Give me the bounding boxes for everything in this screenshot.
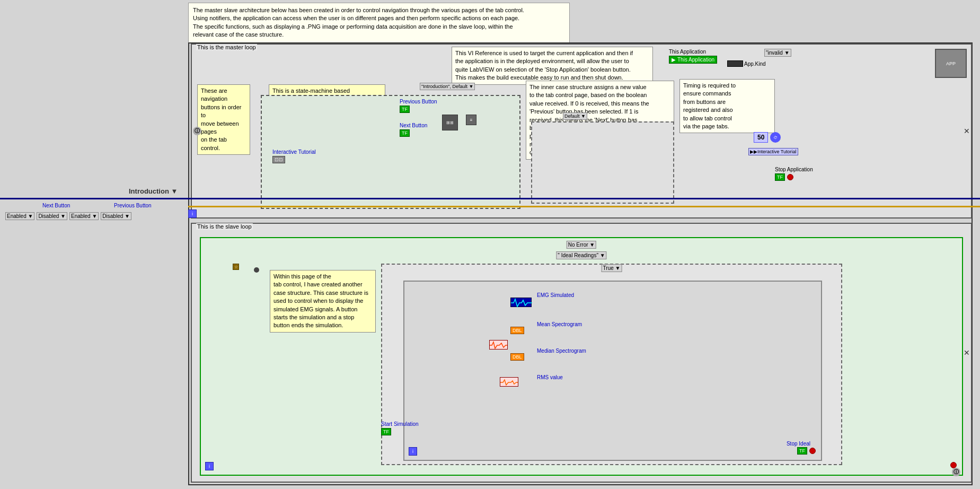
app-icon-text: APP [946, 61, 956, 66]
status-dropdowns: Enabled ▼ Disabled ▼ Enabled ▼ Disabled … [5, 212, 131, 220]
master-loop: This is the master loop This VI Referenc… [191, 43, 972, 219]
next-button-left-label: Next Button [42, 203, 70, 208]
vi-ref-text: This VI Reference is used to target the … [455, 50, 633, 81]
close-icon[interactable]: ✕ [964, 127, 970, 135]
start-simulation-tf: TF [381, 428, 391, 435]
enabled1-dropdown[interactable]: Enabled ▼ [5, 212, 34, 220]
stop-button-red[interactable] [787, 174, 793, 180]
interactive-tutorial-label-inner: Interactive Tutorial [272, 149, 316, 155]
next-button-left-group: Next Button [42, 203, 70, 209]
invalid-dropdown-control[interactable]: "invalid ▼ [764, 49, 791, 57]
info-icon-left: ⓘ [193, 127, 201, 135]
stop-application-group: Stop Application TF [775, 167, 813, 181]
introduction-label[interactable]: Introduction ▼ [129, 187, 178, 195]
median-svg [490, 340, 508, 350]
wire-node-left: ☆ [233, 264, 239, 270]
start-simulation-label: Start Simulation [381, 421, 419, 427]
median-dbl-box: DBL [510, 353, 524, 361]
slave-case-note: Within this page of the tab control, I h… [270, 270, 376, 333]
rms-waveform-icon [500, 377, 518, 387]
true-dropdown[interactable]: True ▼ [602, 264, 622, 272]
interactive-tutorial-control[interactable]: ▶▶Interactive Tutorial [748, 148, 798, 155]
intro-default-control[interactable]: "Introduction", Default ▼ [420, 83, 475, 90]
vi-ref-note: This VI Reference is used to target the … [452, 47, 653, 85]
slave-inner-container: No Error ▼ " Ideal Readings" ▼ Within th… [200, 237, 963, 476]
this-application-control[interactable]: ▶ This Application [669, 56, 717, 64]
stop-ideal-label: Stop Ideal [787, 441, 810, 447]
invalid-dropdown[interactable]: "invalid ▼ [764, 49, 791, 57]
stop-application-controls: TF [775, 173, 813, 181]
timing-value-box[interactable]: 50 [754, 132, 768, 143]
previous-button-label: Previous Button [400, 99, 437, 104]
median-spectrogram-label: Median Spectrogram [537, 348, 586, 354]
emg-simulated-icon [510, 298, 532, 307]
interactive-tutorial-cluster: ⊡⊡ [272, 156, 285, 163]
main-canvas: The master slave architecture below has … [0, 0, 980, 489]
slave-loop: This is the slave loop No Error ▼ " Idea… [191, 223, 972, 483]
interactive-tutorial-dropdown[interactable]: ▶▶Interactive Tutorial [748, 148, 798, 155]
rms-value-label: RMS value [537, 374, 563, 380]
median-waveform-icon [489, 340, 508, 350]
nav-buttons-note: These are navigation buttons in order to… [197, 84, 250, 155]
app-kind-label: App.Kind [744, 61, 766, 67]
timer-icon: ⏱ [770, 132, 781, 143]
app-kind-icon [727, 60, 743, 67]
slave-index-node: i [205, 462, 214, 470]
mean-spectrogram-label: Mean Spectrogram [537, 321, 582, 327]
inner-case-structure [531, 121, 674, 204]
master-loop-label: This is the master loop [196, 44, 257, 50]
this-application-header: This Application [669, 49, 717, 55]
func-icon: ≡ [470, 118, 473, 123]
slave-loop-label: This is the slave loop [196, 223, 253, 230]
enabled2-dropdown[interactable]: Enabled ▼ [69, 212, 99, 220]
app-kind-group: App.Kind [727, 60, 766, 67]
stop-application-label: Stop Application [775, 167, 813, 172]
main-wire-h [0, 198, 980, 199]
next-tf: TF [400, 129, 410, 137]
timing-text: Timing is required to ensure commands fr… [683, 82, 736, 129]
master-case-structure: Previous Button TF Next Button TF Intera… [261, 95, 520, 209]
inner-true-case: EMG Simulated Mean Spectrogram DBL Media… [403, 281, 822, 461]
wire-dot [254, 267, 259, 273]
yellow-wire-h [188, 206, 980, 207]
slave-close-icon[interactable]: ✕ [964, 348, 970, 357]
timing-value-group: 50 ⏱ [754, 132, 781, 143]
default-dropdown[interactable]: Default ▼ [563, 112, 587, 120]
app-icon-box: APP [935, 49, 967, 78]
emg-svg [511, 298, 532, 308]
ideal-readings-dropdown[interactable]: " Ideal Readings" ▼ [556, 251, 606, 259]
true-case-structure: True ▼ EMG Simulated Mean Spectrogram [381, 264, 842, 465]
top-description-note: The master slave architecture below has … [188, 3, 570, 43]
stop-ideal-group: TF [797, 447, 816, 455]
mean-dbl-box: DBL [510, 327, 524, 334]
default-control[interactable]: Default ▼ [563, 112, 587, 120]
array-icon: ⊞⊞ [446, 120, 454, 125]
previous-button-left-label: Previous Button [114, 203, 152, 208]
index-node: i [188, 209, 197, 218]
nav-buttons-text: These are navigation buttons in order to… [201, 88, 241, 151]
stop-ideal-btn[interactable] [809, 448, 816, 454]
intro-default-dropdown[interactable]: "Introduction", Default ▼ [420, 83, 475, 90]
next-button-label: Next Button [400, 123, 427, 128]
disabled2-dropdown[interactable]: Disabled ▼ [101, 212, 131, 220]
top-note-text: The master slave architecture below has … [193, 7, 524, 38]
timing-note: Timing is required to ensure commands fr… [679, 79, 775, 133]
slave-info-icon: ⓘ [952, 468, 960, 476]
stop-ideal-tf: TF [797, 447, 807, 455]
emg-simulated-label: EMG Simulated [537, 292, 574, 298]
rms-svg [500, 378, 518, 387]
array-node: ⊞⊞ [442, 115, 458, 130]
this-application-group: This Application ▶ This Application [669, 49, 717, 64]
no-error-dropdown[interactable]: No Error ▼ [567, 241, 596, 249]
previous-button-left-group: Previous Button [114, 203, 152, 209]
slave-case-text: Within this page of the tab control, I h… [273, 273, 368, 328]
previous-tf: TF [400, 106, 410, 113]
stop-tf: TF [775, 173, 785, 181]
func-node: ≡ [466, 115, 476, 125]
disabled1-dropdown[interactable]: Disabled ▼ [37, 212, 67, 220]
inner-index-node: i [409, 447, 417, 456]
